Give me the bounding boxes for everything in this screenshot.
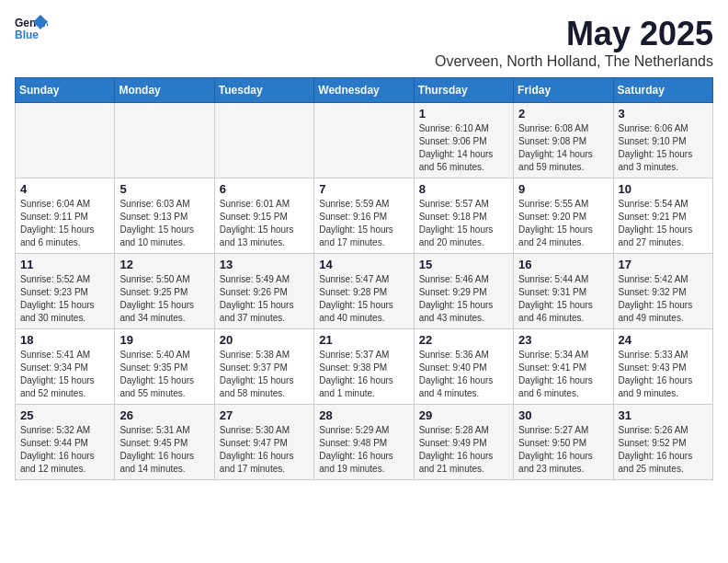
day-number: 19 [119, 333, 209, 347]
calendar-day-cell: 23Sunrise: 5:34 AMSunset: 9:41 PMDayligh… [514, 329, 613, 405]
day-number: 29 [419, 408, 508, 422]
day-number: 25 [20, 408, 109, 422]
day-info: Sunrise: 6:04 AMSunset: 9:11 PMDaylight:… [20, 198, 109, 249]
day-info: Sunrise: 5:52 AMSunset: 9:23 PMDaylight:… [20, 273, 109, 325]
day-info: Sunrise: 5:42 AMSunset: 9:32 PMDaylight:… [619, 273, 708, 325]
day-info: Sunrise: 5:40 AMSunset: 9:35 PMDaylight:… [119, 349, 209, 400]
weekday-header: Sunday [16, 78, 115, 103]
calendar-day-cell: 26Sunrise: 5:31 AMSunset: 9:45 PMDayligh… [115, 405, 214, 480]
logo-icon: General Blue [15, 15, 48, 40]
day-info: Sunrise: 6:01 AMSunset: 9:15 PMDaylight:… [220, 198, 309, 249]
calendar-day-cell: 31Sunrise: 5:26 AMSunset: 9:52 PMDayligh… [613, 405, 712, 480]
day-info: Sunrise: 5:54 AMSunset: 9:21 PMDaylight:… [619, 198, 708, 249]
calendar-day-cell: 20Sunrise: 5:38 AMSunset: 9:37 PMDayligh… [214, 329, 313, 405]
calendar-week-row: 25Sunrise: 5:32 AMSunset: 9:44 PMDayligh… [16, 405, 713, 480]
calendar-week-row: 18Sunrise: 5:41 AMSunset: 9:34 PMDayligh… [16, 329, 713, 405]
day-info: Sunrise: 5:59 AMSunset: 9:16 PMDaylight:… [319, 198, 408, 249]
calendar-day-cell: 2Sunrise: 6:08 AMSunset: 9:08 PMDaylight… [514, 103, 613, 178]
day-info: Sunrise: 5:47 AMSunset: 9:28 PMDaylight:… [319, 273, 408, 325]
day-info: Sunrise: 5:33 AMSunset: 9:43 PMDaylight:… [619, 349, 708, 400]
day-number: 4 [20, 182, 109, 196]
weekday-header: Monday [115, 78, 214, 103]
day-info: Sunrise: 5:37 AMSunset: 9:38 PMDaylight:… [319, 349, 408, 400]
day-number: 5 [119, 182, 209, 196]
calendar-day-cell: 7Sunrise: 5:59 AMSunset: 9:16 PMDaylight… [314, 178, 414, 254]
day-number: 16 [518, 258, 608, 271]
day-info: Sunrise: 5:34 AMSunset: 9:41 PMDaylight:… [518, 349, 608, 400]
day-info: Sunrise: 5:57 AMSunset: 9:18 PMDaylight:… [419, 198, 508, 249]
day-number: 26 [119, 408, 209, 422]
day-number: 13 [220, 258, 309, 271]
day-info: Sunrise: 5:46 AMSunset: 9:29 PMDaylight:… [419, 273, 508, 325]
calendar-day-cell [115, 103, 214, 178]
calendar-header: SundayMondayTuesdayWednesdayThursdayFrid… [16, 78, 713, 103]
weekday-header: Saturday [613, 78, 712, 103]
day-info: Sunrise: 6:10 AMSunset: 9:06 PMDaylight:… [419, 122, 508, 174]
calendar-day-cell [214, 103, 313, 178]
day-number: 24 [619, 333, 708, 347]
day-number: 27 [220, 408, 309, 422]
calendar-day-cell: 28Sunrise: 5:29 AMSunset: 9:48 PMDayligh… [314, 405, 414, 480]
day-number: 20 [220, 333, 309, 347]
day-number: 10 [619, 182, 708, 196]
day-number: 9 [518, 182, 608, 196]
day-info: Sunrise: 5:32 AMSunset: 9:44 PMDaylight:… [20, 424, 109, 476]
day-info: Sunrise: 5:26 AMSunset: 9:52 PMDaylight:… [619, 424, 708, 476]
month-year: May 2025 [435, 15, 713, 53]
calendar-week-row: 11Sunrise: 5:52 AMSunset: 9:23 PMDayligh… [16, 254, 713, 329]
calendar-day-cell [314, 103, 414, 178]
calendar-day-cell: 9Sunrise: 5:55 AMSunset: 9:20 PMDaylight… [514, 178, 613, 254]
day-number: 11 [20, 258, 109, 271]
page-header: General Blue May 2025 Overveen, North Ho… [15, 15, 713, 70]
calendar-day-cell [16, 103, 115, 178]
calendar-day-cell: 27Sunrise: 5:30 AMSunset: 9:47 PMDayligh… [214, 405, 313, 480]
day-info: Sunrise: 5:31 AMSunset: 9:45 PMDaylight:… [119, 424, 209, 476]
calendar-day-cell: 11Sunrise: 5:52 AMSunset: 9:23 PMDayligh… [16, 254, 115, 329]
day-number: 17 [619, 258, 708, 271]
day-number: 3 [619, 107, 708, 121]
day-info: Sunrise: 5:55 AMSunset: 9:20 PMDaylight:… [518, 198, 608, 249]
weekday-header: Friday [514, 78, 613, 103]
calendar-day-cell: 10Sunrise: 5:54 AMSunset: 9:21 PMDayligh… [613, 178, 712, 254]
calendar-day-cell: 17Sunrise: 5:42 AMSunset: 9:32 PMDayligh… [613, 254, 712, 329]
day-number: 6 [220, 182, 309, 196]
calendar-day-cell: 8Sunrise: 5:57 AMSunset: 9:18 PMDaylight… [414, 178, 513, 254]
location: Overveen, North Holland, The Netherlands [435, 53, 713, 70]
day-number: 21 [319, 333, 408, 347]
calendar-day-cell: 13Sunrise: 5:49 AMSunset: 9:26 PMDayligh… [214, 254, 313, 329]
day-number: 12 [119, 258, 209, 271]
calendar-day-cell: 19Sunrise: 5:40 AMSunset: 9:35 PMDayligh… [115, 329, 214, 405]
svg-text:Blue: Blue [15, 29, 39, 40]
weekday-header: Tuesday [214, 78, 313, 103]
calendar-day-cell: 16Sunrise: 5:44 AMSunset: 9:31 PMDayligh… [514, 254, 613, 329]
day-info: Sunrise: 5:38 AMSunset: 9:37 PMDaylight:… [220, 349, 309, 400]
calendar-week-row: 4Sunrise: 6:04 AMSunset: 9:11 PMDaylight… [16, 178, 713, 254]
calendar-day-cell: 30Sunrise: 5:27 AMSunset: 9:50 PMDayligh… [514, 405, 613, 480]
day-number: 18 [20, 333, 109, 347]
calendar-day-cell: 18Sunrise: 5:41 AMSunset: 9:34 PMDayligh… [16, 329, 115, 405]
calendar-day-cell: 5Sunrise: 6:03 AMSunset: 9:13 PMDaylight… [115, 178, 214, 254]
calendar-day-cell: 6Sunrise: 6:01 AMSunset: 9:15 PMDaylight… [214, 178, 313, 254]
logo: General Blue [15, 15, 48, 40]
day-number: 23 [518, 333, 608, 347]
day-info: Sunrise: 5:41 AMSunset: 9:34 PMDaylight:… [20, 349, 109, 400]
calendar-day-cell: 21Sunrise: 5:37 AMSunset: 9:38 PMDayligh… [314, 329, 414, 405]
weekday-header: Thursday [414, 78, 513, 103]
calendar-day-cell: 12Sunrise: 5:50 AMSunset: 9:25 PMDayligh… [115, 254, 214, 329]
day-info: Sunrise: 5:27 AMSunset: 9:50 PMDaylight:… [518, 424, 608, 476]
day-number: 1 [419, 107, 508, 121]
day-number: 8 [419, 182, 508, 196]
calendar-body: 1Sunrise: 6:10 AMSunset: 9:06 PMDaylight… [16, 103, 713, 480]
day-info: Sunrise: 5:29 AMSunset: 9:48 PMDaylight:… [319, 424, 408, 476]
day-info: Sunrise: 5:28 AMSunset: 9:49 PMDaylight:… [419, 424, 508, 476]
day-info: Sunrise: 6:06 AMSunset: 9:10 PMDaylight:… [619, 122, 708, 174]
calendar-day-cell: 4Sunrise: 6:04 AMSunset: 9:11 PMDaylight… [16, 178, 115, 254]
day-number: 30 [518, 408, 608, 422]
calendar-day-cell: 1Sunrise: 6:10 AMSunset: 9:06 PMDaylight… [414, 103, 513, 178]
calendar-day-cell: 22Sunrise: 5:36 AMSunset: 9:40 PMDayligh… [414, 329, 513, 405]
weekday-header: Wednesday [314, 78, 414, 103]
day-number: 7 [319, 182, 408, 196]
day-info: Sunrise: 5:50 AMSunset: 9:25 PMDaylight:… [119, 273, 209, 325]
day-number: 14 [319, 258, 408, 271]
title-block: May 2025 Overveen, North Holland, The Ne… [435, 15, 713, 70]
